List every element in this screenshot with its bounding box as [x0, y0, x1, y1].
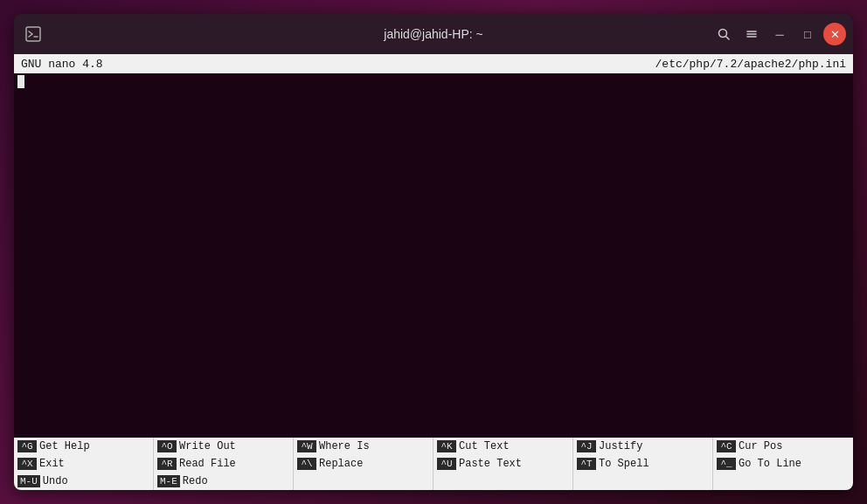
label-paste-text: Paste Text: [459, 458, 522, 470]
titlebar-controls: ─ □ ✕: [711, 22, 846, 46]
shortcut-empty-1: [294, 473, 434, 490]
key-ctrl-u: ^U: [437, 458, 456, 470]
shortcut-replace[interactable]: ^\ Replace: [294, 455, 434, 473]
titlebar: jahid@jahid-HP: ~ ─ □ ✕: [14, 14, 853, 54]
maximize-button[interactable]: □: [795, 22, 820, 46]
label-exit: Exit: [39, 458, 65, 470]
key-ctrl-k: ^K: [437, 440, 456, 452]
shortcut-cur-pos[interactable]: ^C Cur Pos: [713, 438, 853, 455]
close-button[interactable]: ✕: [823, 23, 846, 45]
shortcut-go-to-line[interactable]: ^_ Go To Line: [713, 455, 853, 473]
key-m-u: M-U: [17, 475, 40, 487]
label-replace: Replace: [319, 458, 363, 470]
titlebar-left: [21, 22, 45, 46]
key-ctrl-g: ^G: [17, 440, 37, 452]
shortcuts-bar: ^G Get Help ^O Write Out ^W Where Is ^K …: [14, 438, 853, 490]
search-button[interactable]: [711, 22, 736, 46]
shortcut-get-help[interactable]: ^G Get Help: [14, 438, 154, 455]
key-ctrl-w: ^W: [297, 440, 316, 452]
key-ctrl-j: ^J: [577, 440, 596, 452]
cursor-line: [17, 75, 850, 88]
label-read-file: Read File: [179, 458, 236, 470]
nano-version: GNU nano 4.8: [21, 58, 103, 71]
key-ctrl-c: ^C: [717, 440, 736, 452]
shortcut-empty-4: [713, 473, 853, 490]
label-get-help: Get Help: [39, 440, 90, 452]
nano-filename: /etc/php/7.2/apache2/php.ini: [655, 58, 846, 71]
shortcut-where-is[interactable]: ^W Where Is: [294, 438, 434, 455]
key-m-e: M-E: [157, 475, 180, 487]
shortcut-empty-3: [573, 473, 713, 490]
key-ctrl-underscore: ^_: [717, 458, 736, 470]
label-where-is: Where Is: [319, 440, 370, 452]
shortcut-read-file[interactable]: ^R Read File: [154, 455, 294, 473]
shortcut-write-out[interactable]: ^O Write Out: [154, 438, 294, 455]
shortcut-paste-text[interactable]: ^U Paste Text: [434, 455, 573, 473]
nano-header: GNU nano 4.8 /etc/php/7.2/apache2/php.in…: [14, 54, 853, 73]
shortcut-justify[interactable]: ^J Justify: [573, 438, 713, 455]
shortcut-cut-text[interactable]: ^K Cut Text: [434, 438, 573, 455]
shortcut-redo[interactable]: M-E Redo: [154, 473, 294, 490]
label-justify: Justify: [599, 440, 642, 452]
label-redo: Redo: [183, 475, 208, 487]
key-ctrl-x: ^X: [17, 458, 37, 470]
label-to-spell: To Spell: [599, 458, 649, 470]
terminal-window: jahid@jahid-HP: ~ ─ □ ✕ GNU nano 4: [14, 14, 853, 490]
shortcut-to-spell[interactable]: ^T To Spell: [573, 455, 713, 473]
key-ctrl-o: ^O: [157, 440, 177, 452]
minimize-button[interactable]: ─: [767, 22, 792, 46]
svg-line-3: [726, 37, 730, 40]
key-ctrl-backslash: ^\: [297, 458, 316, 470]
label-cur-pos: Cur Pos: [739, 440, 782, 452]
editor-area[interactable]: [14, 73, 853, 438]
menu-button[interactable]: [739, 22, 764, 46]
label-write-out: Write Out: [179, 440, 236, 452]
shortcut-exit[interactable]: ^X Exit: [14, 455, 154, 473]
key-ctrl-t: ^T: [577, 458, 596, 470]
label-cut-text: Cut Text: [459, 440, 510, 452]
key-ctrl-r: ^R: [157, 458, 177, 470]
label-go-to-line: Go To Line: [739, 458, 801, 470]
shortcut-undo[interactable]: M-U Undo: [14, 473, 154, 490]
window-title: jahid@jahid-HP: ~: [384, 27, 482, 41]
label-undo: Undo: [43, 475, 68, 487]
text-cursor: [17, 75, 24, 88]
shortcut-empty-2: [434, 473, 573, 490]
app-icon: [21, 22, 45, 46]
